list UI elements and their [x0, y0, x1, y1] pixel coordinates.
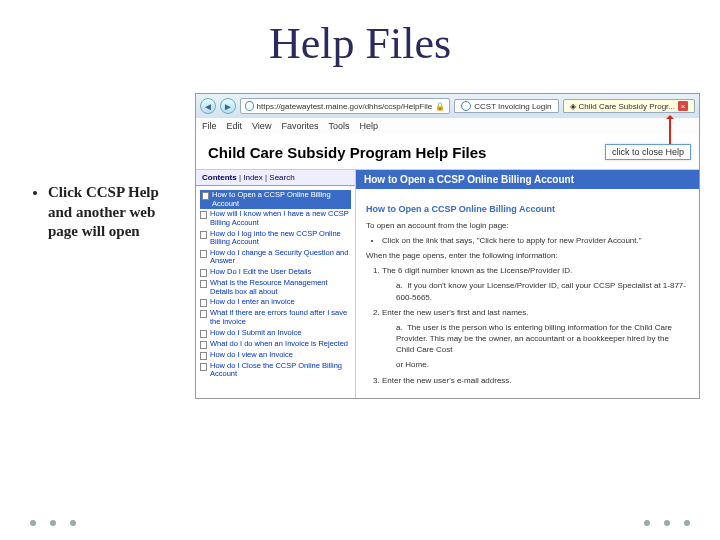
tab-label: CCST Invoicing Login [474, 102, 551, 111]
content-step: Enter the new user's first and last name… [382, 307, 689, 371]
nav-item-label: What is the Resource Management Details … [210, 279, 351, 296]
back-button[interactable]: ◄ [200, 98, 216, 114]
doc-icon [200, 269, 207, 277]
help-nav: Contents | Index | Search How to Open a … [196, 170, 356, 398]
ie-icon [461, 101, 471, 111]
substep-text: If you don't know your License/Provider … [396, 281, 686, 301]
nav-list: How to Open a CCSP Online Billing Accoun… [196, 186, 355, 384]
nav-item-label: How do I Submit an Invoice [210, 329, 301, 338]
nav-item-label: How do I Close the CCSP Online Billing A… [210, 362, 351, 379]
decorative-dots [644, 520, 690, 526]
content-bullet: Click on the link that says, "Click here… [382, 235, 689, 246]
content-subhead: How to Open a CCSP Online Billing Accoun… [366, 203, 689, 216]
nav-item-label: How do I change a Security Question and … [210, 249, 351, 266]
screenshot: ◄ ► https://gatewaytest.maine.gov/dhhs/c… [195, 93, 700, 399]
help-content: How to Open a CCSP Online Billing Accoun… [356, 170, 699, 398]
content-title: How to Open a CCSP Online Billing Accoun… [356, 170, 699, 189]
nav-item[interactable]: How do I enter an invoice [200, 297, 351, 308]
nav-item[interactable]: How do I change a Security Question and … [200, 248, 351, 267]
page-icon: ◈ [570, 102, 576, 111]
nav-item-label: How do I log into the new CCSP Online Bi… [210, 230, 351, 247]
nav-item[interactable]: How do I log into the new CCSP Online Bi… [200, 229, 351, 248]
menu-bar: File Edit View Favorites Tools Help [196, 118, 699, 134]
nav-item[interactable]: What if there are errors found after I s… [200, 308, 351, 327]
nav-item[interactable]: How do I Close the CCSP Online Billing A… [200, 361, 351, 380]
forward-button[interactable]: ► [220, 98, 236, 114]
ie-icon [245, 101, 254, 111]
doc-icon [202, 192, 209, 200]
browser-chrome: ◄ ► https://gatewaytest.maine.gov/dhhs/c… [196, 94, 699, 118]
content-step: The 6 digit number known as the License/… [382, 265, 689, 303]
help-body: Contents | Index | Search How to Open a … [196, 170, 699, 398]
nav-tab-contents[interactable]: Contents [202, 173, 237, 182]
step-text: The 6 digit number known as the License/… [382, 266, 572, 275]
nav-item-label: What do I do when an Invoice is Rejected [210, 340, 348, 349]
doc-icon [200, 250, 207, 258]
close-tab-button[interactable]: × [678, 101, 688, 111]
menu-edit[interactable]: Edit [227, 121, 243, 131]
nav-item-label: How do I view an Invoice [210, 351, 293, 360]
lock-icon: 🔒 [435, 102, 445, 111]
menu-favorites[interactable]: Favorites [281, 121, 318, 131]
menu-view[interactable]: View [252, 121, 271, 131]
doc-icon [200, 280, 207, 288]
step-text: Enter the new user's first and last name… [382, 308, 528, 317]
doc-icon [200, 299, 207, 307]
content-intro: To open an account from the login page: [366, 220, 689, 231]
doc-icon [200, 211, 207, 219]
doc-icon [200, 310, 207, 318]
callout-label: click to close Help [605, 144, 691, 160]
nav-item-label: How to Open a CCSP Online Billing Accoun… [212, 191, 349, 208]
tab-help-files[interactable]: ◈ Child Care Subsidy Progr... × [563, 99, 696, 113]
nav-item[interactable]: How Do I Edit the User Details [200, 267, 351, 278]
doc-icon [200, 352, 207, 360]
tab-label: Child Care Subsidy Progr... [579, 102, 676, 111]
substep-text: The user is the person who is entering b… [396, 323, 672, 354]
url-text: https://gatewaytest.maine.gov/dhhs/ccsp/… [257, 102, 433, 111]
content-after-open: When the page opens, enter the following… [366, 250, 689, 261]
callout-arrow [669, 116, 671, 144]
content-body: How to Open a CCSP Online Billing Accoun… [356, 189, 699, 398]
menu-tools[interactable]: Tools [328, 121, 349, 131]
bullet-item: Click CCSP Help and another web page wil… [48, 183, 185, 242]
doc-icon [200, 341, 207, 349]
nav-item[interactable]: How to Open a CCSP Online Billing Accoun… [200, 190, 351, 209]
content-substep: a. If you don't know your License/Provid… [396, 280, 689, 302]
nav-item[interactable]: How will I know when I have a new CCSP B… [200, 209, 351, 228]
tab-invoicing-login[interactable]: CCST Invoicing Login [454, 99, 558, 113]
decorative-dots [30, 520, 76, 526]
nav-tab-search[interactable]: Search [269, 173, 294, 182]
nav-item-label: What if there are errors found after I s… [210, 309, 351, 326]
nav-item[interactable]: What do I do when an Invoice is Rejected [200, 339, 351, 350]
doc-icon [200, 231, 207, 239]
content-or-home: or Home. [396, 359, 689, 370]
content-substep: a. The user is the person who is enterin… [396, 322, 689, 356]
nav-tabs: Contents | Index | Search [196, 170, 355, 186]
left-column: Click CCSP Help and another web page wil… [30, 93, 195, 399]
content-area: Click CCSP Help and another web page wil… [0, 93, 720, 399]
nav-item-label: How do I enter an invoice [210, 298, 295, 307]
doc-icon [200, 363, 207, 371]
nav-item[interactable]: How do I view an Invoice [200, 350, 351, 361]
menu-file[interactable]: File [202, 121, 217, 131]
address-bar[interactable]: https://gatewaytest.maine.gov/dhhs/ccsp/… [240, 98, 450, 114]
content-step: Enter the new user's e-mail address. [382, 375, 689, 386]
menu-help[interactable]: Help [359, 121, 378, 131]
nav-item-label: How Do I Edit the User Details [210, 268, 311, 277]
nav-item-label: How will I know when I have a new CCSP B… [210, 210, 351, 227]
doc-icon [200, 330, 207, 338]
nav-tab-index[interactable]: Index [243, 173, 263, 182]
nav-item[interactable]: How do I Submit an Invoice [200, 328, 351, 339]
slide-title: Help Files [0, 18, 720, 69]
nav-item[interactable]: What is the Resource Management Details … [200, 278, 351, 297]
